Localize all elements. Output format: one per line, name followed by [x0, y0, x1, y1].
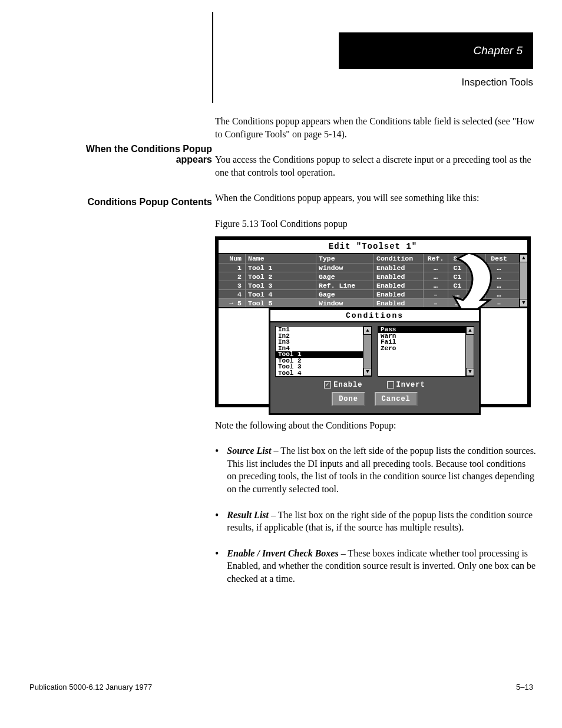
figure-caption: Figure 5.13 Tool Conditions popup: [215, 218, 536, 230]
scroll-up-icon[interactable]: ▲: [520, 254, 528, 262]
table-row[interactable]: 3Tool 3Ref. LineEnabled…C1……: [219, 281, 519, 289]
list-item: •Enable / Invert Check Boxes – These box…: [215, 547, 536, 585]
col-s2: S2: [467, 254, 486, 263]
para-3: When the Conditions popup appears, you w…: [215, 192, 536, 205]
result-listbox[interactable]: PassWarnFailZero ▲ ▼: [378, 326, 474, 377]
dialog-title: Conditions: [270, 310, 479, 323]
col-s1: S1: [448, 254, 467, 263]
scroll-down-icon[interactable]: ▼: [466, 368, 474, 376]
chapter-title: Inspection Tools: [339, 77, 533, 88]
table-row[interactable]: 4Tool 4GageEnabled–………: [219, 289, 519, 298]
side-heading-contents: Conditions Popup Contents: [59, 197, 212, 207]
done-button[interactable]: Done: [332, 392, 365, 406]
dialog-body: In1In2In3In4Tool 1Tool 2Tool 3Tool 4 ▲ ▼…: [270, 322, 479, 413]
grid-header: Num Name Type Condition Ref. S1 S2 Dest: [219, 254, 519, 263]
cancel-button[interactable]: Cancel: [375, 392, 418, 406]
grid-scrollbar[interactable]: ▲ ▼: [519, 254, 527, 307]
body-column: The Conditions popup appears when the Co…: [215, 115, 536, 598]
invert-checkbox[interactable]: [387, 381, 394, 388]
para-2: You access the Conditions popup to selec…: [215, 153, 536, 179]
col-dest: Dest: [486, 254, 512, 263]
scroll-up-icon[interactable]: ▲: [363, 327, 372, 335]
listbox-scrollbar[interactable]: ▲ ▼: [363, 327, 371, 376]
footer-left: Publication 5000-6.12 January 1977: [29, 683, 152, 691]
bullet-list: •Source List – The list box on the left …: [215, 444, 536, 585]
invert-label: Invert: [396, 381, 425, 389]
table-row[interactable]: → 5Tool 5WindowEnabled–……–: [219, 298, 519, 307]
col-name: Name: [246, 254, 316, 263]
para-1: The Conditions popup appears when the Co…: [215, 115, 536, 140]
col-ref: Ref.: [424, 254, 448, 263]
side-heading-when: When the Conditions Popup appears: [59, 144, 212, 165]
screenshot-window: Edit "Toolset 1" Num Name Type Condition…: [215, 236, 531, 407]
source-listbox[interactable]: In1In2In3In4Tool 1Tool 2Tool 3Tool 4 ▲ ▼: [275, 326, 372, 377]
chapter-box: Chapter 5: [339, 32, 533, 69]
window-title: Edit "Toolset 1": [219, 240, 527, 255]
header-divider: [212, 12, 213, 103]
list-item: •Result List – The list box on the right…: [215, 509, 536, 534]
page-footer: Publication 5000-6.12 January 1977 5–13: [29, 683, 533, 691]
conditions-dialog: Conditions In1In2In3In4Tool 1Tool 2Tool …: [269, 308, 481, 416]
checkbox-row: ✓Enable Invert: [275, 380, 474, 390]
enable-label: Enable: [333, 381, 362, 389]
lead-sentence: Note the following about the Conditions …: [215, 419, 536, 432]
scroll-down-icon[interactable]: ▼: [520, 299, 528, 307]
col-condition: Condition: [374, 254, 424, 263]
scroll-up-icon[interactable]: ▲: [466, 327, 474, 335]
col-type: Type: [316, 254, 374, 263]
scroll-down-icon[interactable]: ▼: [363, 368, 372, 376]
dialog-buttons: Done Cancel: [275, 392, 474, 410]
chapter-label: Chapter 5: [474, 44, 523, 57]
table-row[interactable]: 2Tool 2GageEnabled…C1……: [219, 272, 519, 281]
list-item[interactable]: Tool 4: [276, 370, 363, 377]
table-row[interactable]: 1Tool 1WindowEnabled…C1……: [219, 263, 519, 272]
tool-grid: Num Name Type Condition Ref. S1 S2 Dest …: [219, 254, 519, 307]
list-item: •Source List – The list box on the left …: [215, 444, 536, 495]
enable-checkbox[interactable]: ✓: [324, 381, 331, 388]
list-item[interactable]: Zero: [378, 345, 465, 352]
footer-right: 5–13: [516, 683, 533, 691]
col-num: Num: [219, 254, 246, 263]
tool-grid-wrap: Num Name Type Condition Ref. S1 S2 Dest …: [219, 254, 527, 308]
listbox-scrollbar[interactable]: ▲ ▼: [465, 327, 474, 376]
